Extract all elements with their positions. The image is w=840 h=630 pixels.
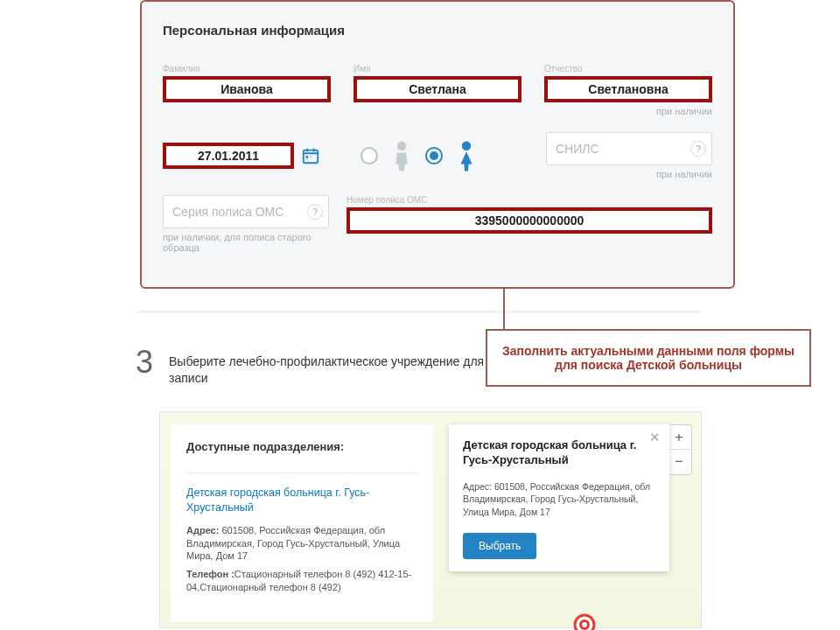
name-input[interactable]: Светлана xyxy=(354,76,522,102)
birthdate-input[interactable]: 27.01.2011 xyxy=(163,143,294,169)
popup-title: Детская городская больница г. Гусь-Хруст… xyxy=(463,438,655,468)
oms-series-placeholder: Серия полиса ОМС xyxy=(172,205,284,219)
oms-series-hint: при наличии, для полиса старого образца xyxy=(163,232,329,253)
oms-number-label: Номер полиса ОМС xyxy=(346,195,712,206)
oms-number-input[interactable]: 3395000000000000 xyxy=(346,207,712,234)
close-icon[interactable]: ✕ xyxy=(647,430,662,445)
map-marker-icon[interactable] xyxy=(573,613,596,630)
oms-series-input[interactable]: Серия полиса ОМС ? xyxy=(163,195,329,228)
zoom-out-button[interactable]: − xyxy=(667,450,691,474)
gender-female-radio[interactable] xyxy=(425,147,443,164)
snils-hint: при наличии xyxy=(546,169,712,179)
select-button[interactable]: Выбрать xyxy=(463,533,536,559)
gender-male-radio[interactable] xyxy=(360,147,378,164)
surname-label: Фамилия xyxy=(163,64,331,74)
surname-cell: Фамилия Иванова xyxy=(163,64,331,102)
snils-input[interactable]: СНИЛС ? xyxy=(546,132,712,165)
map-zoom-control: + − xyxy=(666,424,692,475)
name-label: Имя xyxy=(354,64,522,74)
map-panel[interactable]: + − Доступные подразделения: Детская гор… xyxy=(159,411,702,628)
step-title: Выберите лечебно-профилактическое учрежд… xyxy=(169,346,486,387)
institution-link[interactable]: Детская городская больница г. Гусь-Хруст… xyxy=(186,486,417,515)
name-cell: Имя Светлана xyxy=(354,64,522,102)
male-icon xyxy=(390,139,413,172)
institution-phone: Телефон :Стационарный телефон 8 (492) 41… xyxy=(186,568,417,594)
svg-rect-2 xyxy=(310,156,312,158)
divider xyxy=(186,472,417,473)
panel-title: Персональная информация xyxy=(163,23,712,38)
personal-info-panel: Персональная информация Фамилия Иванова … xyxy=(140,0,735,289)
svg-rect-3 xyxy=(306,159,309,162)
patronymic-hint: при наличии xyxy=(544,106,712,116)
female-icon xyxy=(455,139,478,172)
zoom-in-button[interactable]: + xyxy=(667,425,691,450)
patronymic-label: Отчество xyxy=(544,64,712,74)
calendar-icon[interactable] xyxy=(299,144,322,167)
patronymic-cell: Отчество Светлановна при наличии xyxy=(544,64,712,116)
annotation-callout: Заполнить актуальными данными поля формы… xyxy=(486,329,811,387)
snils-placeholder: СНИЛС xyxy=(556,142,599,156)
departments-title: Доступные подразделения: xyxy=(186,440,417,453)
callout-connector xyxy=(503,289,505,329)
step-3: 3 Выберите лечебно-профилактическое учре… xyxy=(136,346,486,387)
divider xyxy=(136,312,701,312)
departments-list-card: Доступные подразделения: Детская городск… xyxy=(171,424,433,622)
svg-rect-1 xyxy=(306,156,309,158)
help-icon[interactable]: ? xyxy=(307,204,323,220)
map-popup: ✕ Детская городская больница г. Гусь-Хру… xyxy=(449,424,669,571)
svg-point-5 xyxy=(462,141,471,150)
step-number: 3 xyxy=(136,346,153,378)
surname-input[interactable]: Иванова xyxy=(163,76,331,102)
institution-address: Адрес: 601508, Российская Федерация, обл… xyxy=(186,524,417,564)
popup-address: Адрес: 601508, Российская Федерация, обл… xyxy=(463,480,655,519)
help-icon[interactable]: ? xyxy=(690,141,706,157)
svg-point-4 xyxy=(397,141,406,150)
patronymic-input[interactable]: Светлановна xyxy=(544,76,712,102)
